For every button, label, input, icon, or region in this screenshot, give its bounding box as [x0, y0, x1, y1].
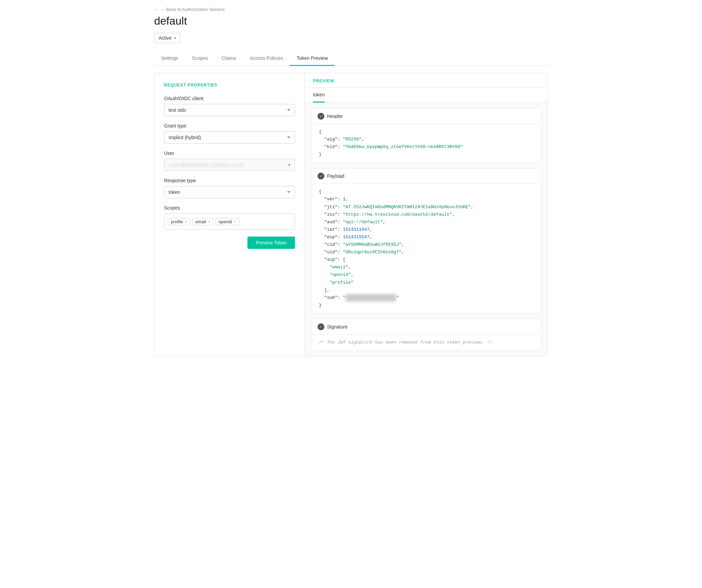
signature-section: ✓ Signature /* The JWT signature has bee… [312, 319, 541, 351]
right-panel: PREVIEW token ✓ Header { "alg": "RS256",… [305, 73, 548, 356]
back-link[interactable]: ← ← Back to Authorization Servers [154, 7, 548, 12]
sub-blurred: someone@blurred.com [346, 294, 396, 302]
scope-tag-label: openid [218, 219, 232, 224]
signature-section-name: Signature [327, 324, 348, 330]
payload-section: ✓ Payload { "ver": 1, "jti": "AT.552JwKQ… [312, 168, 541, 313]
payload-section-toggle[interactable]: ✓ Payload [312, 169, 540, 184]
main-content: REQUEST PROPERTIES OAuth/OIDC client tes… [154, 73, 548, 357]
scope-tag-label: email [195, 219, 206, 224]
client-label: OAuth/OIDC client [164, 96, 295, 101]
tab-claims[interactable]: Claims [215, 51, 243, 66]
signature-chevron-icon: ✓ [318, 323, 324, 330]
tab-settings[interactable]: Settings [154, 51, 185, 66]
response-type-field-group: Response type token [164, 178, 295, 198]
exp-link[interactable]: 1514315547 [343, 235, 369, 240]
left-panel: REQUEST PROPERTIES OAuth/OIDC client tes… [154, 73, 305, 356]
response-type-select[interactable]: token [164, 186, 295, 198]
user-label: User [164, 150, 295, 156]
scopes-input[interactable]: profile × email × openid × [164, 213, 295, 230]
grant-type-label: Grant type [164, 123, 295, 129]
ver-link[interactable]: 1 [343, 197, 346, 202]
iat-link[interactable]: 1514311947 [343, 227, 369, 232]
header-section-toggle[interactable]: ✓ Header [312, 109, 540, 124]
payload-json-body: { "ver": 1, "jti": "AT.552JwKQImOodMNQKV… [312, 184, 540, 313]
scope-tag-email: email × [192, 218, 214, 225]
back-arrow-icon: ← [154, 7, 159, 12]
preview-header: PREVIEW [305, 73, 548, 88]
chevron-down-icon: ▾ [174, 36, 176, 40]
signature-json-body: /* The JWT signature has been removed fr… [312, 335, 540, 350]
tab-scopes[interactable]: Scopes [185, 51, 215, 66]
scope-remove-email[interactable]: × [208, 219, 210, 224]
scope-remove-profile[interactable]: × [185, 219, 187, 224]
preview-token-button[interactable]: Preview Token [247, 237, 295, 249]
token-tab-token[interactable]: token [313, 88, 325, 103]
tab-token-preview[interactable]: Token Preview [290, 51, 335, 66]
user-chevron-icon: ▾ [288, 162, 291, 168]
header-section-name: Header [327, 113, 343, 119]
tab-access-policies[interactable]: Access Policies [243, 51, 290, 66]
scope-tag-openid: openid × [215, 218, 239, 225]
scopes-field-group: Scopes profile × email × openid × [164, 205, 295, 230]
payload-section-name: Payload [327, 173, 345, 179]
scope-tag-label: profile [171, 219, 183, 224]
grant-type-select[interactable]: Implicit (hybrid) [164, 131, 295, 144]
status-label: Active [159, 35, 172, 41]
user-blurred-value: user@example.domain.com [168, 162, 244, 168]
header-json-body: { "alg": "RS256", "kid": "YbdE6kw_UyepWp… [312, 124, 540, 162]
token-tabs: token [305, 88, 548, 103]
status-dropdown[interactable]: Active ▾ [154, 33, 180, 43]
back-link-label: ← Back to Authorization Servers [161, 7, 225, 12]
header-section: ✓ Header { "alg": "RS256", "kid": "YbdE6… [312, 108, 541, 163]
grant-type-field-group: Grant type Implicit (hybrid) [164, 123, 295, 144]
page-title: default [154, 15, 548, 27]
scopes-label: Scopes [164, 205, 295, 211]
user-select[interactable]: user@example.domain.com ▾ [164, 159, 295, 171]
scope-remove-openid[interactable]: × [234, 219, 236, 224]
client-select[interactable]: test oidc [164, 104, 295, 116]
payload-chevron-icon: ✓ [318, 173, 324, 179]
header-chevron-icon: ✓ [318, 113, 324, 120]
preview-title: PREVIEW [313, 79, 539, 83]
request-properties-title: REQUEST PROPERTIES [164, 83, 295, 88]
user-field-group: User user@example.domain.com ▾ [164, 150, 295, 171]
signature-comment: /* The JWT signature has been removed fr… [319, 340, 492, 345]
scope-tag-profile: profile × [168, 218, 190, 225]
tabs-container: Settings Scopes Claims Access Policies T… [154, 51, 548, 66]
signature-section-toggle[interactable]: ✓ Signature [312, 319, 540, 335]
client-field-group: OAuth/OIDC client test oidc [164, 96, 295, 116]
response-type-label: Response type [164, 178, 295, 183]
